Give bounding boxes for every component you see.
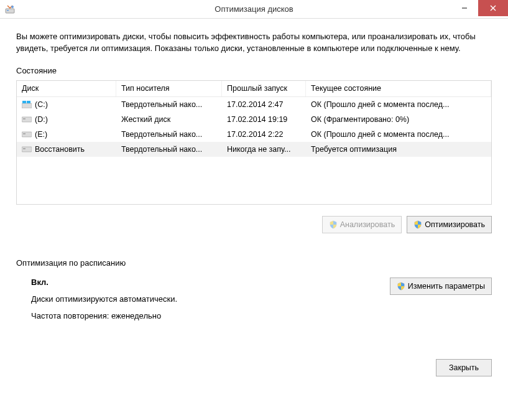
svg-rect-8: [27, 101, 30, 103]
svg-rect-10: [23, 118, 25, 119]
minimize-button[interactable]: [450, 0, 478, 16]
cell-disk: (E:): [17, 129, 116, 140]
schedule-auto-text: Диски оптимизируются автоматически.: [31, 294, 177, 304]
shield-icon: [397, 282, 405, 291]
cell-status: Требуется оптимизация: [306, 144, 491, 155]
shield-icon: [329, 220, 338, 229]
svg-rect-1: [7, 10, 9, 11]
cell-disk: Восстановить: [17, 144, 116, 155]
description-text: Вы можете оптимизировать диски, чтобы по…: [16, 31, 492, 55]
disk-table: Диск Тип носителя Прошлый запуск Текущее…: [16, 80, 492, 205]
column-header-disk[interactable]: Диск: [17, 81, 116, 96]
cell-status: ОК (Прошло дней с момента послед...: [306, 99, 491, 110]
schedule-on-label: Вкл.: [31, 278, 177, 287]
schedule-frequency-text: Частота повторения: еженедельно: [31, 311, 177, 320]
window-controls: [450, 0, 508, 18]
table-row[interactable]: (C:)Твердотельный нако...17.02.2014 2:47…: [17, 97, 491, 112]
shield-icon: [413, 220, 422, 229]
drive-icon: [22, 101, 32, 108]
cell-disk: (D:): [17, 114, 116, 125]
table-body: (C:)Твердотельный нако...17.02.2014 2:47…: [17, 97, 491, 157]
close-window-button[interactable]: [478, 0, 508, 16]
analyze-label: Анализировать: [340, 220, 395, 229]
main-content: Вы можете оптимизировать диски, чтобы по…: [0, 19, 508, 386]
svg-rect-12: [23, 133, 25, 134]
cell-last-run: Никогда не запу...: [222, 144, 306, 155]
action-buttons: Анализировать Оптимизировать: [16, 216, 492, 233]
optimize-label: Оптимизировать: [425, 220, 485, 229]
analyze-button[interactable]: Анализировать: [322, 216, 402, 233]
window-title: Оптимизация дисков: [215, 4, 293, 14]
app-icon: [5, 4, 15, 14]
disk-name: (E:): [35, 130, 47, 139]
cell-media-type: Твердотельный нако...: [116, 129, 222, 140]
table-row[interactable]: ВосстановитьТвердотельный нако...Никогда…: [17, 142, 491, 157]
titlebar: Оптимизация дисков: [0, 0, 508, 19]
schedule-section-label: Оптимизация по расписанию: [16, 258, 492, 268]
change-settings-button[interactable]: Изменить параметры: [390, 278, 492, 295]
table-row[interactable]: (D:)Жесткий диск17.02.2014 19:19ОК (Фраг…: [17, 112, 491, 127]
table-header: Диск Тип носителя Прошлый запуск Текущее…: [17, 81, 491, 97]
cell-media-type: Твердотельный нако...: [116, 99, 222, 110]
svg-rect-7: [22, 101, 26, 103]
cell-media-type: Твердотельный нако...: [116, 144, 222, 155]
schedule-body: Вкл. Диски оптимизируются автоматически.…: [16, 278, 492, 328]
schedule-section: Оптимизация по расписанию Вкл. Диски опт…: [16, 258, 492, 328]
svg-point-2: [11, 6, 14, 8]
change-settings-label: Изменить параметры: [408, 282, 485, 291]
column-header-last-run[interactable]: Прошлый запуск: [222, 81, 306, 96]
svg-rect-14: [23, 148, 25, 149]
drive-icon: [22, 146, 32, 153]
cell-last-run: 17.02.2014 19:19: [222, 114, 306, 125]
optimize-button[interactable]: Оптимизировать: [407, 216, 492, 233]
cell-last-run: 17.02.2014 2:47: [222, 99, 306, 110]
schedule-text: Вкл. Диски оптимизируются автоматически.…: [31, 278, 177, 328]
cell-last-run: 17.02.2014 2:22: [222, 129, 306, 140]
table-row[interactable]: (E:)Твердотельный нако...17.02.2014 2:22…: [17, 127, 491, 142]
cell-status: ОК (Фрагментировано: 0%): [306, 114, 491, 125]
column-header-status[interactable]: Текущее состояние: [306, 81, 491, 96]
column-header-type[interactable]: Тип носителя: [116, 81, 222, 96]
disk-name: Восстановить: [35, 145, 85, 154]
cell-media-type: Жесткий диск: [116, 114, 222, 125]
svg-rect-6: [22, 103, 32, 108]
disk-name: (C:): [35, 100, 48, 109]
cell-disk: (C:): [17, 99, 116, 110]
drive-icon: [22, 116, 32, 123]
close-button[interactable]: Закрыть: [436, 359, 492, 376]
disk-name: (D:): [35, 115, 48, 124]
status-section-label: Состояние: [16, 66, 492, 75]
drive-icon: [22, 131, 32, 138]
footer: Закрыть: [16, 359, 492, 376]
cell-status: ОК (Прошло дней с момента послед...: [306, 129, 491, 140]
